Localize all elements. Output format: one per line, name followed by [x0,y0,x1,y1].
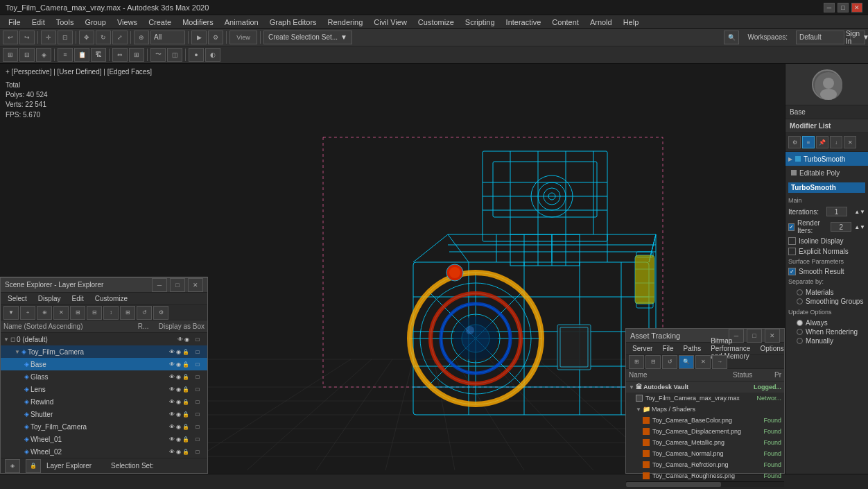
menu-help[interactable]: Help [618,15,645,29]
at-row-basecolor[interactable]: Toy_Camera_BaseColor.png Found [626,415,784,426]
ts-explicit-check[interactable] [788,248,796,255]
selection-set-button[interactable]: Create Selection Set... ▼ [263,31,352,44]
ts-iterations-arrows[interactable]: ▲▼ [854,209,865,215]
search-button[interactable]: 🔍 [724,31,739,44]
se-menu-edit[interactable]: Edit [68,292,88,306]
se-item-checkbox[interactable]: □ [191,336,205,343]
move-button[interactable]: ✥ [79,31,94,44]
menu-civil-view[interactable]: Civil View [368,15,412,29]
at-menu-paths[interactable]: Paths [680,342,705,356]
se-expand-all-btn[interactable]: ⊞ [70,306,85,320]
menu-views[interactable]: Views [112,15,143,29]
at-tool-btn4[interactable]: 🔍 [679,355,694,369]
view-dropdown[interactable]: View [229,31,257,44]
mirror-btn[interactable]: ⇔ [112,48,128,62]
minimize-button[interactable]: ─ [824,3,835,12]
modifier-turbosmooth[interactable]: ▶ TurboSmooth [785,152,868,166]
redo-button[interactable]: ↪ [19,31,35,44]
mod-tool-channel[interactable]: ≡ [802,136,815,148]
se-base-checkbox[interactable]: □ [191,361,205,368]
se-collapse-all-btn[interactable]: ⊟ [87,306,102,320]
ts-smooth-result-check[interactable]: ✓ [788,268,796,275]
ts-radio-smoothing-groups[interactable]: Smoothing Groups [797,297,865,306]
ts-radio-when-rendering[interactable]: When Rendering [797,327,865,336]
ts-radio-manually[interactable]: Manually [797,336,865,345]
se-lens-checkbox[interactable]: □ [191,386,205,393]
at-row-displacement[interactable]: Toy_Camera_Displacement.png Found [626,426,784,437]
ts-explicit-row[interactable]: Explicit Normals [788,246,865,257]
menu-file[interactable]: File [3,15,26,29]
at-menu-options[interactable]: Options [756,342,787,356]
ts-isoline-check[interactable] [788,237,796,245]
se-menu-customize[interactable]: Customize [91,292,132,306]
at-menu-server[interactable]: Server [629,342,656,356]
se-item-rewind[interactable]: ◈ Rewind 👁 ◉ 🔒 □ [1,395,207,408]
at-menu-file[interactable]: File [659,342,677,356]
se-glass-checkbox[interactable]: □ [191,374,205,380]
array-btn[interactable]: ⊞ [129,48,144,62]
se-menu-select[interactable]: Select [3,292,31,306]
se-delete-btn[interactable]: ✕ [53,306,69,320]
se-wheel01-checkbox[interactable]: □ [191,436,205,443]
se-item-base[interactable]: ◈ Base 👁 ◉ 🔒 □ [1,358,207,370]
se-menu-display[interactable]: Display [34,292,65,306]
schematic-btn[interactable]: ◫ [167,48,182,62]
se-add-selected-btn[interactable]: ⊕ [37,306,52,320]
mod-tool-delete[interactable]: ✕ [844,136,856,148]
ts-radio-always-btn[interactable] [797,320,803,326]
se-item-lens[interactable]: ◈ Lens 👁 ◉ 🔒 □ [1,383,207,395]
menu-graph-editors[interactable]: Graph Editors [264,15,322,29]
se-minimize-button[interactable]: ─ [152,278,167,292]
ts-render-iters-input[interactable] [831,222,851,232]
at-row-refrction[interactable]: Toy_Camera_Refrction.png Found [626,459,784,470]
ts-radio-materials[interactable]: Materials [797,288,865,297]
menu-tools[interactable]: Tools [51,15,80,29]
at-tool-btn5[interactable]: ✕ [695,355,711,369]
menu-customize[interactable]: Customize [413,15,460,29]
menu-rendering[interactable]: Rendering [322,15,369,29]
render-button[interactable]: ▶ [191,31,207,44]
se-footer-icon-btn[interactable]: ◈ [5,459,20,473]
menu-modifiers[interactable]: Modifiers [177,15,219,29]
se-close-button[interactable]: ✕ [188,278,203,292]
mod-tool-configure[interactable]: ⚙ [788,136,801,148]
sign-in-button[interactable]: Sign In ▼ [850,31,865,44]
mod-tool-pin[interactable]: 📌 [816,136,828,148]
se-footer-lock-btn[interactable]: 🔒 [26,459,41,473]
at-tool-btn3[interactable]: ↺ [662,355,677,369]
workspaces-dropdown[interactable]: Default [796,31,844,44]
at-tool-btn1[interactable]: ⊞ [629,355,644,369]
menu-interactive[interactable]: Interactive [501,15,547,29]
se-item-shutter[interactable]: ◈ Shutter 👁 ◉ 🔒 □ [1,408,207,420]
snap-btn1[interactable]: ⊞ [3,48,18,62]
modifier-editable-poly[interactable]: Editable Poly [785,166,868,180]
at-row-normal[interactable]: Toy_Camera_Normal.png Found [626,448,784,459]
menu-content[interactable]: Content [546,15,584,29]
se-item-wheel02[interactable]: ◈ Wheel_02 👁 ◉ 🔒 □ [1,445,207,458]
asset-tracking-scrollbar[interactable] [626,481,784,487]
render-settings-button[interactable]: ⚙ [208,31,223,44]
se-item-default-layer[interactable]: ▼ ◻ 0 (default) 👁 ◉ □ [1,333,207,345]
menu-animation[interactable]: Animation [219,15,264,29]
se-item-toy-film-camera-mesh[interactable]: ◈ Toy_Film_Camera 👁 ◉ 🔒 □ [1,420,207,433]
se-new-layer-btn[interactable]: + [20,306,35,320]
se-item-wheel01[interactable]: ◈ Wheel_01 👁 ◉ 🔒 □ [1,433,207,445]
ts-render-iters-check[interactable]: ✓ [788,223,795,231]
align-btn[interactable]: ≡ [58,48,73,62]
scene-btn[interactable]: 🏗 [91,48,106,62]
se-sync-btn[interactable]: ↺ [137,306,152,320]
undo-button[interactable]: ↩ [3,31,18,44]
se-options-btn[interactable]: ⚙ [153,306,168,320]
ts-radio-manually-btn[interactable] [797,338,803,344]
menu-edit[interactable]: Edit [26,15,51,29]
menu-arnold[interactable]: Arnold [584,15,618,29]
at-close-btn[interactable]: ✕ [765,329,780,343]
se-item-glass[interactable]: ◈ Glass 👁 ◉ 🔒 □ [1,370,207,383]
close-button[interactable]: ✕ [851,3,862,12]
menu-create[interactable]: Create [143,15,177,29]
rotate-button[interactable]: ↻ [96,31,111,44]
render-map-btn[interactable]: ◐ [205,48,220,62]
at-row-roughness[interactable]: Toy_Camera_Roughness.png Found [626,470,784,481]
ts-radio-always[interactable]: Always [797,318,865,327]
mod-tool-collapse[interactable]: ↓ [830,136,842,148]
